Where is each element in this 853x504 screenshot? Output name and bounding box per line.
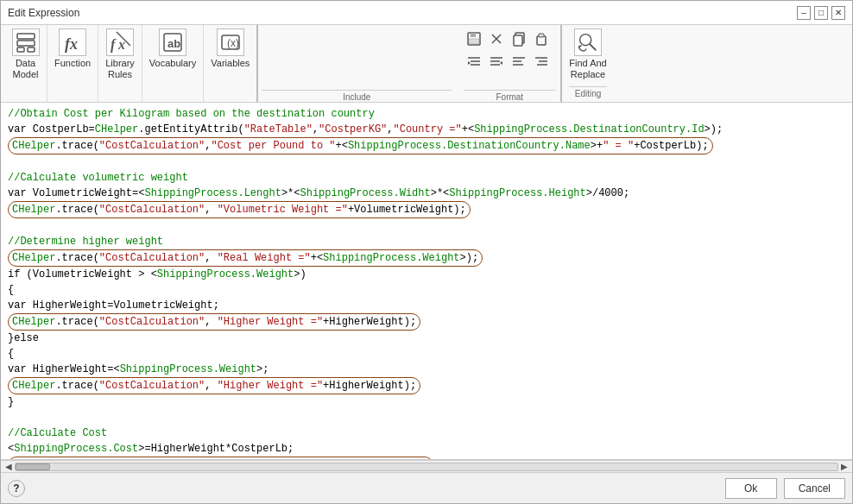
code-line-17: var HigherWeight=<ShippingProcess.Weight… <box>8 362 845 377</box>
window-controls: – □ ✕ <box>797 6 845 20</box>
svg-marker-24 <box>468 61 471 65</box>
ribbon: DataModel fx Function f x LibraryRules <box>1 25 852 103</box>
horizontal-scrollbar[interactable]: ◀ ▶ <box>1 460 852 472</box>
code-line-14: CHelper.trace("CostCalculation", "Higher… <box>8 313 845 331</box>
svg-line-36 <box>590 44 597 51</box>
trace-highlight-2: CHelper.trace("CostCalculation", "Volume… <box>8 201 471 218</box>
variables-label: Variables <box>211 58 250 69</box>
data-model-button[interactable] <box>12 28 40 56</box>
code-line-19: } <box>8 394 845 410</box>
trace-highlight-6: CHelper.trace("CostCalculation", "Cost =… <box>8 457 433 460</box>
help-button[interactable]: ? <box>8 480 25 497</box>
paste-icon <box>534 31 549 47</box>
function-icon: fx <box>60 30 85 54</box>
code-line-7: CHelper.trace("CostCalculation", "Volume… <box>8 201 845 218</box>
library-rules-label: LibraryRules <box>105 58 135 80</box>
svg-point-35 <box>580 35 591 46</box>
vocabulary-icon: ab <box>161 30 185 54</box>
trace-highlight-4: CHelper.trace("CostCalculation", "Higher… <box>8 313 420 331</box>
code-line-2: var CostperLb=CHelper.getEntityAttrib("R… <box>8 122 845 137</box>
variables-icon: (x) <box>218 30 243 54</box>
format-section: Format <box>458 25 562 102</box>
ribbon-group-data-model: DataModel <box>4 25 47 102</box>
svg-rect-0 <box>17 34 35 39</box>
library-rules-button[interactable]: f x <box>106 28 134 56</box>
function-label: Function <box>54 58 91 69</box>
include-section: Include <box>262 25 452 102</box>
copy-icon <box>511 31 527 47</box>
align-left-button[interactable] <box>509 51 529 72</box>
cut-button[interactable] <box>486 28 507 49</box>
code-line-16: { <box>8 346 845 362</box>
indent-right-icon <box>489 54 504 69</box>
paste-button[interactable] <box>531 28 552 49</box>
indent-left-icon <box>466 54 482 69</box>
find-replace-button[interactable] <box>574 28 602 56</box>
vocabulary-button[interactable]: ab <box>159 28 186 56</box>
include-label: Include <box>262 90 452 102</box>
data-model-label: DataModel <box>13 58 39 80</box>
scroll-right-button[interactable]: ▶ <box>838 461 850 473</box>
edit-expression-window: Edit Expression – □ ✕ DataModel <box>0 0 853 504</box>
function-button[interactable]: fx <box>59 28 86 56</box>
scissors-icon <box>489 31 504 47</box>
svg-text:ab: ab <box>167 37 180 50</box>
variables-button[interactable]: (x) <box>217 28 244 56</box>
align-right-icon <box>534 54 549 69</box>
code-line-12: { <box>8 282 845 298</box>
svg-marker-28 <box>500 61 502 65</box>
code-line-10: CHelper.trace("CostCalculation", "Real W… <box>8 249 845 267</box>
ribbon-group-variables: (x) Variables <box>204 25 258 102</box>
code-line-8 <box>8 218 845 234</box>
find-replace-group: Find AndReplace Editing <box>562 25 613 102</box>
scroll-left-button[interactable]: ◀ <box>3 461 15 473</box>
code-line-15: }else <box>8 331 845 346</box>
scrollbar-track[interactable] <box>15 463 838 471</box>
trace-highlight-5: CHelper.trace("CostCalculation", "Higher… <box>8 377 420 394</box>
close-button[interactable]: ✕ <box>831 6 845 20</box>
code-line-18: CHelper.trace("CostCalculation", "Higher… <box>8 377 845 394</box>
svg-rect-2 <box>17 47 24 52</box>
title-bar: Edit Expression – □ ✕ <box>1 1 852 25</box>
svg-rect-14 <box>469 39 479 44</box>
svg-text:f: f <box>111 37 117 53</box>
find-replace-label: Find AndReplace <box>569 58 606 80</box>
svg-text:(x): (x) <box>227 37 239 49</box>
library-rules-icon: f x <box>108 30 132 54</box>
code-line-23: CHelper.trace("CostCalculation", "Cost =… <box>8 457 845 460</box>
trace-highlight-3: CHelper.trace("CostCalculation", "Real W… <box>8 249 483 267</box>
svg-text:fx: fx <box>65 35 78 53</box>
data-model-icon <box>14 30 38 54</box>
code-line-4 <box>8 154 845 170</box>
align-right-button[interactable] <box>531 51 552 72</box>
align-left-icon <box>511 54 527 69</box>
code-line-13: var HigherWeight=VolumetricWeight; <box>8 298 845 313</box>
maximize-button[interactable]: □ <box>814 6 828 20</box>
vocabulary-label: Vocabulary <box>149 58 196 69</box>
svg-line-37 <box>578 46 582 47</box>
svg-rect-13 <box>471 33 476 37</box>
minimize-button[interactable]: – <box>797 6 811 20</box>
save-icon <box>466 31 482 47</box>
save-button[interactable] <box>464 28 484 49</box>
editing-label: Editing <box>569 86 606 98</box>
svg-rect-1 <box>17 41 35 46</box>
ribbon-group-function: fx Function <box>47 25 98 102</box>
format-row-2 <box>464 51 555 72</box>
window-title: Edit Expression <box>8 7 79 19</box>
code-line-9: //Determine higher weight <box>8 234 845 249</box>
code-editor[interactable]: //Obtain Cost per Kilogram based on the … <box>1 103 852 460</box>
svg-rect-3 <box>28 47 35 52</box>
copy-button[interactable] <box>509 28 529 49</box>
ok-button[interactable]: Ok <box>725 478 777 499</box>
cancel-button[interactable]: Cancel <box>784 478 845 499</box>
code-line-22: <ShippingProcess.Cost>=HigherWeight*Cost… <box>8 441 845 457</box>
indent-right-button[interactable] <box>486 51 507 72</box>
format-label: Format <box>464 90 555 102</box>
scrollbar-thumb[interactable] <box>16 463 50 470</box>
find-replace-icon <box>575 28 601 56</box>
svg-rect-20 <box>539 34 544 37</box>
footer-buttons: Ok Cancel <box>725 478 845 499</box>
code-line-6: var VolumetricWeight=<ShippingProcess.Le… <box>8 186 845 201</box>
indent-left-button[interactable] <box>464 51 484 72</box>
